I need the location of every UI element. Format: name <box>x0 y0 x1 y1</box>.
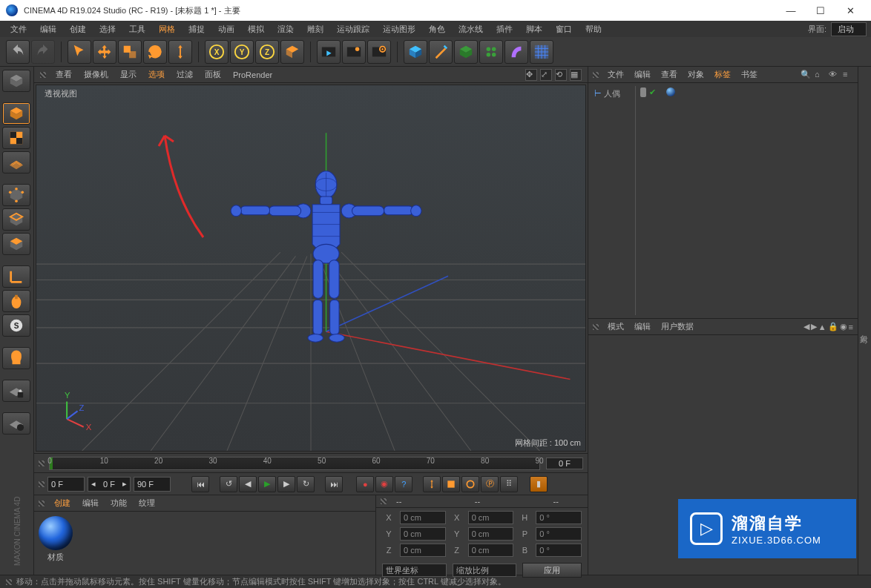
material-preview[interactable] <box>39 516 73 550</box>
spline-pen[interactable] <box>429 40 453 64</box>
vpmenu-选项[interactable]: 选项 <box>143 67 170 82</box>
menu-网格[interactable]: 网格 <box>153 22 181 36</box>
grip-icon[interactable] <box>39 481 45 487</box>
material-name[interactable]: 材质 <box>39 552 73 563</box>
coord-space-select[interactable]: 世界坐标 <box>382 564 447 577</box>
undo-button[interactable] <box>6 40 30 64</box>
axis-z-toggle[interactable]: Z <box>255 40 279 64</box>
check-icon[interactable]: ✔ <box>649 87 656 97</box>
play-button[interactable]: ▶ <box>258 476 276 492</box>
vpmenu-ProRender[interactable]: ProRender <box>228 69 277 81</box>
menu-捕捉[interactable]: 捕捉 <box>183 22 211 36</box>
vpmenu-查看[interactable]: 查看 <box>50 67 77 82</box>
move-tool[interactable] <box>93 40 116 64</box>
key-rot[interactable] <box>461 476 479 492</box>
coord-rot[interactable]: 0 ° <box>536 511 582 524</box>
vpmenu-面板[interactable]: 面板 <box>200 67 226 82</box>
home-icon[interactable]: ⌂ <box>815 70 825 80</box>
visibility-toggle[interactable] <box>640 87 646 93</box>
grip-icon[interactable] <box>40 72 46 78</box>
attrmenu-模式[interactable]: 模式 <box>603 320 628 334</box>
nav-up-icon[interactable]: ▲ <box>818 323 826 331</box>
matmenu-编辑[interactable]: 编辑 <box>77 496 104 510</box>
coord-pos[interactable]: 0 cm <box>400 511 446 524</box>
axis-y-toggle[interactable]: Y <box>230 40 254 64</box>
tab-content-browser[interactable]: 内容浏览器 <box>828 323 842 334</box>
menu-帮助[interactable]: 帮助 <box>579 22 608 36</box>
mocap-button[interactable]: ▮ <box>530 476 548 492</box>
minimize-button[interactable]: — <box>776 0 806 21</box>
grip-icon[interactable] <box>593 324 599 330</box>
grip-icon[interactable] <box>381 498 387 504</box>
timeline-ruler[interactable]: 0102030405060708090 <box>49 457 540 470</box>
record-button[interactable]: ● <box>356 476 374 492</box>
select-tool[interactable] <box>68 40 91 64</box>
render-view[interactable] <box>317 40 341 64</box>
timeline[interactable]: 0102030405060708090 0 F <box>34 453 588 472</box>
menu-运动跟踪[interactable]: 运动跟踪 <box>331 22 375 36</box>
point-mode[interactable] <box>2 184 30 206</box>
menu-工具[interactable]: 工具 <box>123 22 151 36</box>
end-frame-field[interactable]: 90 F <box>134 477 171 492</box>
locked-workplane[interactable] <box>2 347 30 369</box>
key-param[interactable]: Ⓟ <box>481 476 499 492</box>
eye-icon[interactable]: 👁 <box>829 70 839 80</box>
tab-structure[interactable]: 构造 <box>799 323 813 334</box>
menu-窗口[interactable]: 窗口 <box>550 22 578 36</box>
objmenu-标签[interactable]: 标签 <box>710 67 735 82</box>
object-item[interactable]: ⊢ 人偶 <box>594 87 632 100</box>
scale-mode-select[interactable]: 缩放比例 <box>453 564 517 577</box>
menu-渲染[interactable]: 渲染 <box>272 22 300 36</box>
coord-rot[interactable]: 0 ° <box>536 544 582 557</box>
key-pla[interactable]: ⠿ <box>500 476 518 492</box>
coord-size[interactable]: 0 cm <box>468 527 514 541</box>
make-editable[interactable] <box>2 70 30 92</box>
primitive-cube[interactable] <box>404 40 427 64</box>
key-pos[interactable] <box>423 476 441 492</box>
edge-mode[interactable] <box>2 208 30 231</box>
render-pv[interactable] <box>342 40 366 64</box>
prev-frame-button[interactable]: ◀ <box>239 476 257 492</box>
grip-icon[interactable] <box>6 579 12 585</box>
menu-雕刻[interactable]: 雕刻 <box>301 22 329 36</box>
workplane-mode[interactable] <box>2 151 30 174</box>
vpmenu-显示[interactable]: 显示 <box>115 67 142 82</box>
grip-icon[interactable] <box>593 72 599 78</box>
current-frame-field[interactable]: ◂0 F▸ <box>88 477 131 492</box>
key-scale[interactable] <box>442 476 460 492</box>
viewport-nav-icon[interactable]: ✥ <box>525 69 537 81</box>
grip-icon[interactable] <box>39 501 45 506</box>
attrmenu-编辑[interactable]: 编辑 <box>630 320 655 334</box>
menu-脚本[interactable]: 脚本 <box>520 22 548 36</box>
keyhelp-button[interactable]: ? <box>395 476 413 492</box>
coord-size[interactable]: 0 cm <box>468 544 514 557</box>
prev-key-button[interactable]: ↺ <box>220 476 237 492</box>
axis-tool[interactable] <box>2 265 30 288</box>
model-mode[interactable] <box>2 102 30 125</box>
attrmenu-用户数据[interactable]: 用户数据 <box>657 320 698 334</box>
coord-rot[interactable]: 0 ° <box>536 527 582 541</box>
objmenu-查看[interactable]: 查看 <box>657 67 682 82</box>
poly-mode[interactable] <box>2 233 30 255</box>
menu-角色[interactable]: 角色 <box>423 22 451 36</box>
objmenu-文件[interactable]: 文件 <box>603 67 628 82</box>
generator-array[interactable] <box>479 40 503 64</box>
objmenu-编辑[interactable]: 编辑 <box>630 67 655 82</box>
environment-floor[interactable] <box>530 40 553 64</box>
menu-模拟[interactable]: 模拟 <box>242 22 270 36</box>
vpmenu-过滤[interactable]: 过滤 <box>171 67 198 82</box>
menu-动画[interactable]: 动画 <box>212 22 240 36</box>
render-settings[interactable] <box>367 40 391 64</box>
viewport-zoom-icon[interactable]: ⤢ <box>540 69 552 81</box>
phong-tag-icon[interactable] <box>666 87 675 96</box>
viewport-layout-icon[interactable]: ▦ <box>570 69 582 81</box>
search-icon[interactable]: 🔍 <box>801 70 811 80</box>
menu-插件[interactable]: 插件 <box>490 22 519 36</box>
goto-end-button[interactable]: ⏭ <box>325 476 343 492</box>
matmenu-纹理[interactable]: 纹理 <box>134 496 160 510</box>
lastused-tool[interactable] <box>168 40 192 64</box>
matmenu-创建[interactable]: 创建 <box>49 496 76 510</box>
tweak-mode[interactable] <box>2 290 30 312</box>
rotate-tool[interactable] <box>143 40 167 64</box>
maximize-button[interactable]: ☐ <box>806 0 835 21</box>
